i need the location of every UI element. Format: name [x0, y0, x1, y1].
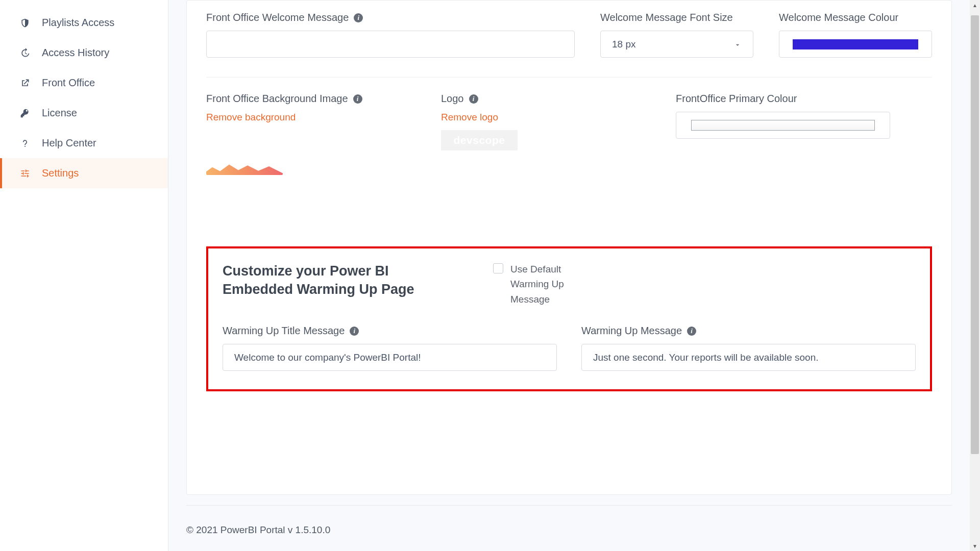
external-link-icon — [19, 78, 31, 88]
primary-colour-label: FrontOffice Primary Colour — [676, 93, 797, 105]
logo-text: devscope — [454, 134, 505, 146]
warming-message-input[interactable] — [581, 344, 916, 371]
sidebar-item-label: Help Center — [42, 137, 96, 149]
copyright-text: © 2021 PowerBI Portal v 1.5.10.0 — [186, 524, 330, 536]
font-size-select[interactable]: 18 px — [600, 31, 753, 58]
primary-colour-picker[interactable] — [676, 112, 890, 139]
settings-card: Front Office Welcome Message i Welcome M… — [186, 0, 952, 495]
sidebar-item-access-history[interactable]: Access History — [0, 38, 168, 68]
info-icon[interactable]: i — [353, 94, 362, 104]
info-icon[interactable]: i — [354, 13, 363, 22]
info-icon[interactable]: i — [469, 94, 478, 104]
warming-up-section: Customize your Power BI Embedded Warming… — [206, 246, 932, 391]
welcome-message-input[interactable] — [206, 31, 575, 58]
scrollbar[interactable]: ▲ ▼ — [970, 0, 980, 551]
use-default-checkbox[interactable] — [493, 263, 503, 273]
warming-title-label: Warming Up Title Message — [223, 325, 345, 337]
font-size-value: 18 px — [612, 39, 635, 50]
sidebar-item-label: License — [42, 107, 77, 119]
scroll-up-arrow[interactable]: ▲ — [970, 0, 980, 10]
sidebar-item-label: Front Office — [42, 77, 95, 89]
remove-background-link[interactable]: Remove background — [206, 112, 410, 123]
question-icon — [19, 138, 31, 148]
warming-title-input[interactable] — [223, 344, 557, 371]
message-colour-label: Welcome Message Colour — [779, 12, 898, 23]
sliders-icon — [19, 168, 31, 179]
welcome-message-label: Front Office Welcome Message — [206, 12, 349, 23]
history-icon — [19, 48, 31, 58]
message-colour-picker[interactable] — [779, 31, 932, 58]
sidebar-item-help-center[interactable]: Help Center — [0, 128, 168, 158]
warming-message-label: Warming Up Message — [581, 325, 682, 337]
sidebar-item-label: Settings — [42, 167, 79, 179]
sidebar-item-settings[interactable]: Settings — [0, 158, 168, 188]
logo-thumbnail[interactable]: devscope — [441, 130, 518, 151]
warming-up-heading: Customize your Power BI Embedded Warming… — [223, 262, 427, 299]
main-panel: Front Office Welcome Message i Welcome M… — [168, 0, 970, 551]
sidebar-item-label: Access History — [42, 47, 109, 59]
shield-icon — [19, 18, 31, 28]
remove-logo-link[interactable]: Remove logo — [441, 112, 645, 123]
background-image-label: Front Office Background Image — [206, 93, 348, 105]
scroll-thumb[interactable] — [971, 15, 979, 454]
key-icon — [19, 108, 31, 118]
sidebar: Playlists Access Access History Front Of… — [0, 0, 168, 551]
font-size-label: Welcome Message Font Size — [600, 12, 733, 23]
sidebar-item-front-office[interactable]: Front Office — [0, 68, 168, 98]
chevron-down-icon — [733, 40, 742, 48]
colour-swatch — [793, 39, 918, 49]
background-thumbnail[interactable] — [206, 158, 283, 175]
primary-colour-swatch — [691, 120, 875, 131]
divider — [206, 77, 932, 78]
scroll-down-arrow[interactable]: ▼ — [970, 541, 980, 551]
use-default-label: Use Default Warming Up Message — [510, 262, 595, 307]
footer: © 2021 PowerBI Portal v 1.5.10.0 — [186, 505, 952, 551]
info-icon[interactable]: i — [687, 327, 696, 336]
info-icon[interactable]: i — [350, 327, 359, 336]
sidebar-item-label: Playlists Access — [42, 17, 114, 29]
logo-label: Logo — [441, 93, 464, 105]
sidebar-item-license[interactable]: License — [0, 98, 168, 128]
sidebar-item-playlists-access[interactable]: Playlists Access — [0, 8, 168, 38]
